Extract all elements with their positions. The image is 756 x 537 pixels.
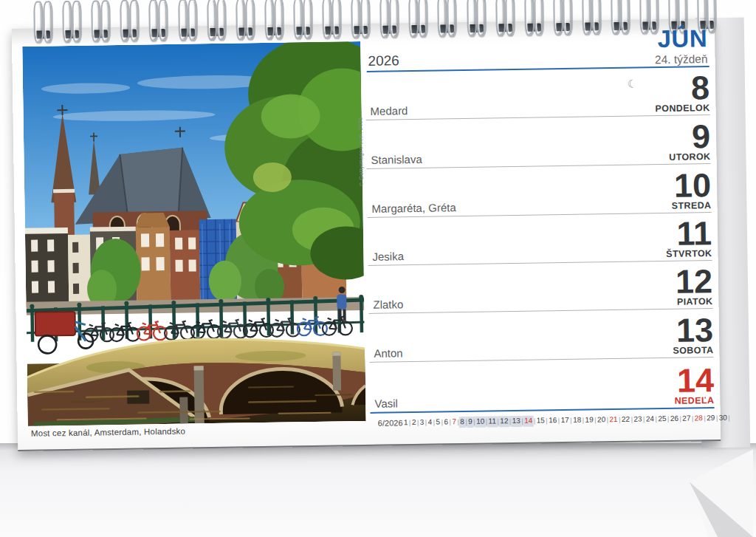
binding-ring: [90, 0, 110, 41]
day-row-saturday: 13 SOBOTA Anton: [369, 308, 714, 363]
strip-day: 13: [511, 415, 521, 426]
year-label: 2026: [368, 52, 399, 69]
strip-day: 11: [487, 416, 498, 427]
strip-day: 9: [467, 416, 474, 427]
ring-wire: [33, 1, 44, 43]
day-name: UTOROK: [669, 151, 711, 163]
name-day: Zlatko: [373, 298, 403, 311]
day-row-wednesday: 10 STREDA Margaréta, Gréta: [367, 163, 712, 218]
strip-day: 22: [620, 414, 630, 425]
day-name: STREDA: [672, 200, 712, 211]
strip-day: 30: [718, 412, 728, 423]
strip-day: 5: [435, 417, 441, 428]
day-number: 14: [677, 363, 715, 397]
amsterdam-canal-illustration: [22, 41, 366, 426]
strip-day: 18: [571, 414, 582, 425]
strip-day: 1: [402, 417, 409, 428]
day-row-friday: 12 PIATOK Zlatko: [368, 260, 713, 314]
ring-wire: [62, 1, 72, 43]
strip-day: 27: [681, 413, 692, 424]
day-number: 11: [676, 216, 712, 250]
ring-wire: [293, 0, 303, 39]
strip-day: 21: [608, 414, 619, 425]
desk-base: [0, 443, 756, 537]
strip-day: 19: [584, 414, 594, 425]
ring-wire: [159, 0, 169, 41]
day-row-thursday: 11 ŠTVRTOK Jesika: [368, 212, 712, 266]
ring-wire: [43, 1, 53, 43]
calendar-photo: [22, 41, 366, 426]
day-name: PONDELOK: [655, 103, 709, 114]
month-strip-label: 6/2026: [378, 418, 403, 427]
binding-ring: [120, 0, 140, 41]
ring-wire: [149, 0, 159, 41]
ring-wire: [178, 0, 188, 41]
binding-ring: [148, 0, 168, 40]
strip-day: 16: [548, 415, 558, 426]
ring-wire: [188, 0, 198, 41]
strip-day: 28: [693, 413, 704, 424]
photo-caption: Most cez kanál, Amsterdam, Holandsko: [31, 427, 185, 438]
ring-wire: [331, 0, 342, 39]
ring-wire: [130, 0, 140, 42]
month-title: JÚN: [657, 24, 707, 53]
binding-ring: [177, 0, 197, 40]
binding-ring: [32, 1, 52, 41]
ring-wire: [274, 0, 284, 40]
name-day: Margaréta, Gréta: [371, 201, 456, 215]
day-name: ŠTVRTOK: [666, 248, 712, 259]
day-row-tuesday: 9 UTOROK Stanislava: [366, 114, 711, 169]
ring-wire: [303, 0, 313, 39]
ring-wire: [236, 0, 246, 41]
strip-day: 17: [560, 414, 570, 425]
day-number: 9: [692, 120, 711, 153]
strip-day: 2: [410, 417, 417, 428]
day-number: 12: [676, 264, 713, 298]
binding-ring: [235, 0, 255, 39]
day-name: SOBOTA: [673, 345, 713, 356]
name-day: Anton: [374, 346, 402, 360]
moon-phase-icon: ☾: [627, 78, 637, 91]
strip-day: 25: [657, 413, 667, 424]
calendar-page: Most cez kanál, Amsterdam, Holandsko © G…: [12, 18, 721, 451]
strip-day: 14: [523, 415, 534, 426]
strip-day: 8: [459, 417, 466, 428]
strip-separator: |: [728, 413, 730, 423]
strip-day: 29: [706, 412, 716, 423]
strip-day: 15: [535, 415, 546, 426]
ring-wire: [120, 0, 131, 42]
ring-wire: [91, 0, 101, 42]
strip-day: 4: [427, 417, 433, 428]
strip-day: 12: [499, 416, 509, 427]
name-day: Vasil: [374, 397, 398, 409]
calendar-panel: JÚN 2026 24. týždeň ☾ 8 PONDELOK Medard …: [365, 18, 715, 445]
name-day: Medard: [370, 104, 408, 117]
ring-wire: [207, 0, 217, 41]
ring-wire: [322, 0, 332, 39]
day-name: PIATOK: [677, 296, 713, 307]
day-number: 8: [691, 71, 710, 104]
name-day: Jesika: [372, 250, 404, 263]
month-strip: 6/2026 1|2|3|4|5|6|7|8|9|10|11|12|13|14|…: [372, 411, 715, 430]
day-row-sunday: 14 NEDEĽA Vasil: [370, 357, 715, 414]
strip-day: 6: [443, 417, 450, 428]
day-name: NEDEĽA: [674, 395, 714, 406]
ring-wire: [72, 1, 82, 43]
binding-ring: [61, 1, 81, 41]
strip-day: 24: [645, 414, 655, 425]
binding-ring: [292, 0, 312, 38]
ring-wire: [216, 0, 227, 41]
ring-wire: [245, 0, 255, 40]
binding-ring: [264, 0, 284, 38]
day-number: 13: [676, 313, 714, 347]
day-number: 10: [674, 168, 712, 202]
week-number-label: 24. týždeň: [655, 52, 708, 66]
binding-ring: [321, 0, 341, 38]
desk-calendar-scene: Most cez kanál, Amsterdam, Holandsko © G…: [0, 0, 756, 537]
ring-wire: [264, 0, 275, 40]
day-row-monday: ☾ 8 PONDELOK Medard: [365, 66, 710, 120]
photo-credit: © Gettyimages.com, 2025: [356, 44, 365, 186]
strip-day: 26: [669, 413, 679, 424]
ring-wire: [351, 0, 361, 38]
name-day: Stanislava: [371, 153, 422, 166]
